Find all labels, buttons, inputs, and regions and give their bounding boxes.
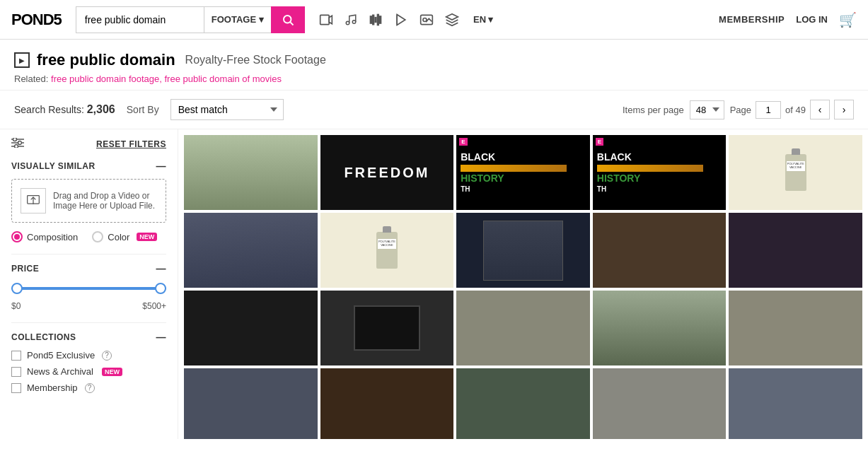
video-thumbnail[interactable] bbox=[729, 213, 862, 288]
login-button[interactable]: LOG IN bbox=[796, 14, 828, 25]
photo-icon[interactable] bbox=[419, 13, 434, 27]
search-input[interactable] bbox=[76, 7, 204, 33]
play-icon: ▶ bbox=[19, 57, 25, 64]
svg-point-4 bbox=[346, 21, 349, 25]
price-thumb-left[interactable] bbox=[11, 283, 23, 294]
video-thumbnail[interactable]: POLYVALITEVACCINE bbox=[729, 135, 862, 210]
sfx-icon[interactable] bbox=[369, 13, 383, 27]
video-thumbnail[interactable] bbox=[184, 368, 318, 439]
related-link-1[interactable]: free public domain footage, bbox=[51, 74, 162, 84]
logo[interactable]: POND5 bbox=[11, 11, 62, 29]
page-title-row: ▶ free public domain Royalty-Free Stock … bbox=[14, 51, 854, 69]
svg-rect-9 bbox=[378, 14, 379, 25]
video-thumbnail[interactable] bbox=[184, 135, 318, 210]
reset-filters-button[interactable]: RESET FILTERS bbox=[96, 139, 166, 149]
content-area: FREEDOM E BLACK HISTORY TH E BLACK HISTO… bbox=[178, 129, 868, 439]
video-thumbnail[interactable]: E BLACK HISTORY TH bbox=[456, 135, 590, 210]
svg-point-18 bbox=[13, 138, 17, 141]
membership-info-icon[interactable]: ? bbox=[85, 383, 95, 393]
page-input[interactable] bbox=[756, 101, 781, 119]
collection-news-archival[interactable]: News & Archival NEW bbox=[11, 366, 166, 377]
checkbox-pond5-exclusive[interactable] bbox=[11, 351, 21, 361]
video-icon[interactable] bbox=[319, 13, 333, 27]
cart-icon[interactable]: 🛒 bbox=[839, 11, 857, 28]
video-thumbnail[interactable] bbox=[184, 291, 318, 365]
collection-membership[interactable]: Membership ? bbox=[11, 382, 166, 393]
upload-text: Drag and Drop a Video or Image Here or U… bbox=[53, 191, 157, 211]
svg-point-0 bbox=[284, 16, 291, 23]
media-type-icons bbox=[319, 13, 459, 27]
composition-label: Composition bbox=[27, 232, 78, 242]
3d-icon[interactable] bbox=[445, 13, 459, 27]
color-radio-dot bbox=[92, 231, 103, 242]
prev-page-button[interactable]: ‹ bbox=[810, 100, 830, 119]
collections-title: COLLECTIONS — bbox=[11, 332, 166, 343]
results-number: 2,306 bbox=[87, 103, 115, 115]
search-button[interactable] bbox=[271, 6, 305, 33]
collection-badge: E bbox=[596, 138, 603, 146]
video-thumbnail[interactable] bbox=[593, 213, 727, 288]
related-link-2[interactable]: free public domain of movies bbox=[165, 74, 282, 84]
video-thumbnail[interactable]: POLYVALITEVACCINE bbox=[320, 213, 454, 288]
video-thumbnail[interactable] bbox=[729, 291, 862, 365]
motion-icon[interactable] bbox=[394, 13, 408, 27]
sidebar: RESET FILTERS VISUALLY SIMILAR — Drag an… bbox=[0, 129, 178, 439]
items-per-page-label: Items per page bbox=[623, 105, 684, 115]
search-type-button[interactable]: FOOTAGE ▾ bbox=[204, 7, 271, 33]
video-type-icon: ▶ bbox=[14, 52, 30, 68]
svg-rect-7 bbox=[373, 15, 374, 24]
video-thumbnail[interactable] bbox=[456, 368, 590, 439]
color-label: Color bbox=[108, 232, 129, 242]
page-subtitle: Royalty-Free Stock Footage bbox=[185, 54, 326, 66]
composition-radio-dot bbox=[11, 231, 23, 242]
collection-news-archival-label: News & Archival bbox=[27, 366, 93, 377]
checkbox-news-archival[interactable] bbox=[11, 367, 21, 377]
video-thumbnail[interactable] bbox=[593, 291, 727, 365]
video-thumbnail[interactable] bbox=[320, 291, 454, 365]
video-thumbnail[interactable] bbox=[320, 368, 454, 439]
video-thumbnail[interactable] bbox=[184, 213, 318, 288]
membership-button[interactable]: MEMBERSHIP bbox=[719, 14, 785, 25]
video-thumbnail[interactable]: E BLACK HISTORY TH bbox=[593, 135, 727, 210]
price-slider-track bbox=[11, 287, 166, 290]
sort-select[interactable]: Best match Most recent Most downloaded L… bbox=[170, 99, 284, 120]
collection-badge: E bbox=[459, 138, 467, 146]
checkbox-membership[interactable] bbox=[11, 383, 21, 393]
visually-similar-collapse[interactable]: — bbox=[156, 160, 167, 172]
video-grid: FREEDOM E BLACK HISTORY TH E BLACK HISTO… bbox=[184, 135, 862, 439]
price-range-labels: $0 $500+ bbox=[11, 301, 166, 311]
search-bar: FOOTAGE ▾ bbox=[76, 6, 305, 33]
color-radio[interactable]: Color NEW bbox=[92, 231, 157, 242]
filter-header: RESET FILTERS bbox=[11, 138, 166, 151]
language-selector[interactable]: EN ▾ bbox=[473, 14, 493, 25]
collection-pond5-exclusive-label: Pond5 Exclusive bbox=[27, 350, 95, 361]
video-thumbnail[interactable] bbox=[456, 213, 590, 288]
visually-similar-title: VISUALLY SIMILAR — bbox=[11, 160, 166, 172]
price-collapse[interactable]: — bbox=[156, 263, 167, 274]
svg-rect-8 bbox=[375, 17, 376, 22]
video-thumbnail[interactable] bbox=[593, 368, 727, 439]
price-slider[interactable] bbox=[11, 281, 166, 296]
collections-collapse[interactable]: — bbox=[156, 332, 167, 343]
items-per-page-select[interactable]: 48 24 96 bbox=[690, 100, 724, 119]
price-max: $500+ bbox=[142, 301, 166, 311]
collection-pond5-exclusive[interactable]: Pond5 Exclusive ? bbox=[11, 350, 166, 361]
video-thumbnail[interactable] bbox=[729, 368, 862, 439]
collection-membership-label: Membership bbox=[27, 382, 78, 393]
price-thumb-right[interactable] bbox=[155, 283, 166, 294]
chevron-down-icon: ▾ bbox=[259, 14, 264, 25]
header-right: MEMBERSHIP LOG IN 🛒 bbox=[719, 11, 857, 28]
results-label: Search Results: bbox=[14, 104, 84, 115]
next-page-button[interactable]: › bbox=[834, 100, 854, 119]
music-icon[interactable] bbox=[345, 13, 357, 27]
pond5-exclusive-info-icon[interactable]: ? bbox=[102, 351, 112, 361]
upload-icon bbox=[21, 188, 46, 213]
video-thumbnail[interactable]: FREEDOM bbox=[320, 135, 454, 210]
upload-drop-zone[interactable]: Drag and Drop a Video or Image Here or U… bbox=[11, 179, 166, 223]
composition-radio[interactable]: Composition bbox=[11, 231, 78, 242]
items-per-page: Items per page 48 24 96 Page of 49 ‹ › bbox=[623, 100, 854, 119]
results-bar: Search Results: 2,306 Sort By Best match… bbox=[0, 90, 868, 129]
svg-rect-2 bbox=[320, 15, 330, 24]
video-thumbnail[interactable] bbox=[456, 291, 590, 365]
page-label: Page bbox=[730, 105, 751, 115]
